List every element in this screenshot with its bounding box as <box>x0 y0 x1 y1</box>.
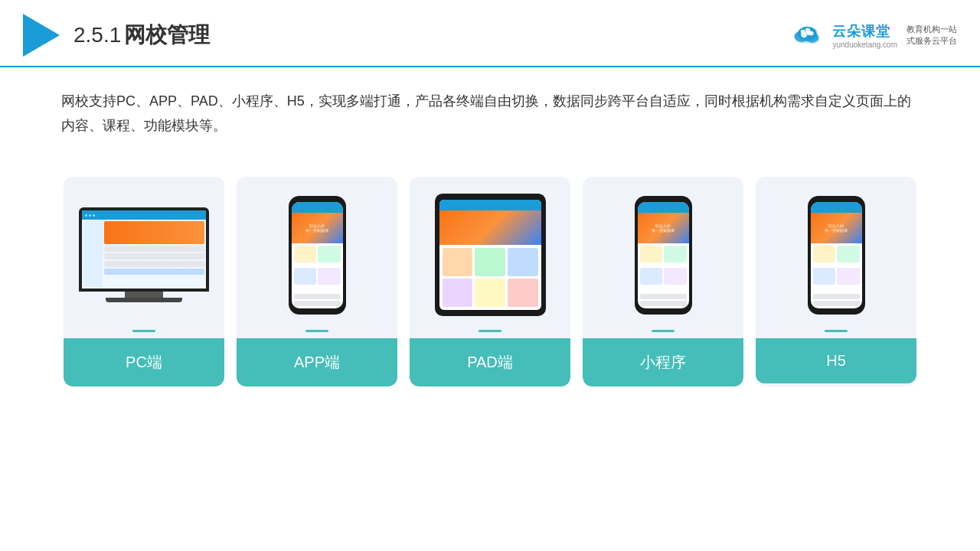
app-image-area: 职达人的第一堂刷题课 <box>237 177 397 330</box>
miniprogram-notch <box>654 196 672 201</box>
header-right: 云朵课堂 yunduoketang.com 教育机构一站式服务云平台 <box>789 22 957 49</box>
phone-banner-text: 职达人的第一堂刷题课 <box>305 223 328 233</box>
h5-card: 职达人的第一堂刷题课 H5 <box>756 177 916 386</box>
tablet-item-2 <box>475 248 505 276</box>
pc-base <box>106 298 182 302</box>
app-phone-mockup: 职达人的第一堂刷题课 <box>289 196 346 315</box>
tablet-item-1 <box>443 248 473 276</box>
miniprogram-label: 小程序 <box>583 338 743 386</box>
h5-notch <box>827 196 845 201</box>
brand-tagline: 教育机构一站式服务云平台 <box>906 24 957 47</box>
page-title: 2.5.1网校管理 <box>74 21 210 50</box>
pc-sidebar <box>83 221 103 287</box>
pc-mockup <box>79 207 209 302</box>
h5-banner-text: 职达人的第一堂刷题课 <box>825 223 848 233</box>
tablet-banner <box>439 210 541 245</box>
description-text: 网校支持PC、APP、PAD、小程序、H5，实现多端打通，产品各终端自由切换，数… <box>0 67 980 146</box>
h5-label: H5 <box>756 338 916 383</box>
miniprogram-image-area: 职达人的第一堂刷题课 <box>583 177 743 330</box>
tablet-item-6 <box>508 279 538 307</box>
app-card: 职达人的第一堂刷题课 APP端 <box>237 177 397 386</box>
h5-grid <box>811 243 862 292</box>
miniprogram-phone-mockup: 职达人的第一堂刷题课 <box>635 196 692 315</box>
tablet-item-4 <box>443 279 473 307</box>
app-accent-line <box>305 330 328 332</box>
miniprogram-card: 职达人的第一堂刷题课 小程序 <box>583 177 743 386</box>
pc-row-1 <box>104 246 204 252</box>
pc-card: PC端 <box>64 177 224 386</box>
phone-grid-item-2 <box>318 246 341 262</box>
tablet-topbar <box>439 200 541 210</box>
phone-list-row-1 <box>294 294 341 299</box>
miniprogram-topbar <box>638 202 689 213</box>
tablet-screen <box>439 200 541 310</box>
logo-triangle-icon <box>23 14 60 57</box>
h5-grid-item-3 <box>813 268 836 285</box>
tablet-item-5 <box>475 279 505 307</box>
miniprogram-banner-text: 职达人的第一堂刷题课 <box>652 223 675 233</box>
phone-grid-item-3 <box>294 268 317 285</box>
pc-screen-body <box>82 220 206 289</box>
h5-phone-mockup: 职达人的第一堂刷题课 <box>808 196 865 315</box>
tablet-item-3 <box>508 248 538 276</box>
pc-screen-outer <box>79 207 209 292</box>
tablet-mockup <box>435 194 546 316</box>
phone-list <box>292 292 343 308</box>
h5-banner: 职达人的第一堂刷题课 <box>811 213 862 243</box>
svg-point-11 <box>805 28 810 32</box>
phone-notch <box>308 196 326 201</box>
miniprogram-accent-line <box>652 330 675 332</box>
pc-row-4 <box>104 269 204 275</box>
svg-point-10 <box>801 29 805 34</box>
pc-row-2 <box>104 253 204 259</box>
header-left: 2.5.1网校管理 <box>23 14 210 57</box>
h5-list-row-1 <box>813 294 860 299</box>
pc-stand <box>125 292 163 298</box>
mini-grid-item-4 <box>664 268 687 285</box>
phone-topbar <box>292 202 343 213</box>
app-label: APP端 <box>237 338 397 386</box>
h5-screen: 职达人的第一堂刷题课 <box>811 202 862 308</box>
tablet-content <box>439 245 541 310</box>
mini-grid-item-2 <box>664 246 687 262</box>
pc-label: PC端 <box>64 338 224 386</box>
mini-grid-item-1 <box>640 246 663 262</box>
pc-main <box>104 221 204 287</box>
brand-url: yunduoketang.com <box>832 41 897 49</box>
pc-image-area <box>64 177 224 330</box>
h5-list <box>811 292 862 308</box>
phone-banner: 职达人的第一堂刷题课 <box>292 213 343 243</box>
brand-logo: 云朵课堂 yunduoketang.com 教育机构一站式服务云平台 <box>789 22 957 49</box>
cloud-icon <box>789 23 826 47</box>
pc-screen-content <box>82 210 206 289</box>
phone-grid <box>292 243 343 292</box>
pc-topbar <box>82 210 206 220</box>
page-title-text: 网校管理 <box>124 23 210 47</box>
page-title-number: 2.5.1 <box>74 23 121 47</box>
h5-list-row-2 <box>813 301 860 306</box>
pc-banner <box>104 221 204 244</box>
miniprogram-banner: 职达人的第一堂刷题课 <box>638 213 689 243</box>
brand-name: 云朵课堂 <box>832 22 897 41</box>
h5-image-area: 职达人的第一堂刷题课 <box>756 177 916 330</box>
mini-list-row-2 <box>640 301 687 306</box>
pc-row-3 <box>104 261 204 267</box>
pc-accent-line <box>132 330 155 332</box>
h5-grid-item-2 <box>837 246 860 262</box>
phone-grid-item-4 <box>318 268 341 285</box>
app-phone-screen: 职达人的第一堂刷题课 <box>292 202 343 308</box>
svg-point-12 <box>809 31 814 36</box>
pad-image-area <box>410 177 570 330</box>
brand-text: 云朵课堂 yunduoketang.com <box>832 22 897 49</box>
pad-label: PAD端 <box>410 338 570 386</box>
phone-grid-item-1 <box>294 246 317 262</box>
header: 2.5.1网校管理 云朵课堂 yunduo <box>0 0 980 67</box>
mini-grid-item-3 <box>640 268 663 285</box>
h5-grid-item-1 <box>813 246 836 262</box>
cards-container: PC端 职达人的第一堂刷题课 <box>0 154 980 409</box>
h5-accent-line <box>825 330 848 332</box>
miniprogram-grid <box>638 243 689 292</box>
h5-topbar <box>811 202 862 213</box>
pad-card: PAD端 <box>410 177 570 386</box>
phone-list-row-2 <box>294 301 341 306</box>
